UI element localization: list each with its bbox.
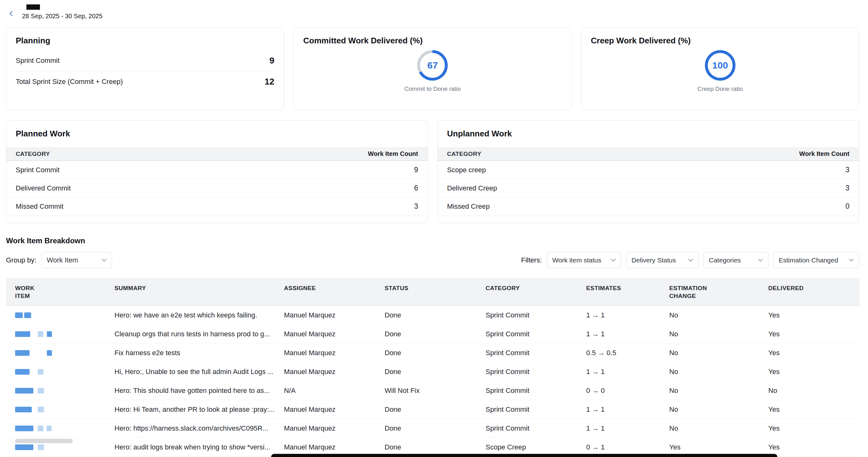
count-value: 3 [845, 184, 849, 192]
stat-row-sprint-commit: Sprint Commit 9 [16, 50, 274, 71]
chevron-down-icon [611, 259, 616, 262]
table-row[interactable]: Fix harness e2e testsManuel MarquezDoneS… [6, 344, 859, 362]
filter-label: Delivery Status [631, 257, 676, 264]
filter-work-item-status-dropdown[interactable]: Work item status [547, 252, 621, 268]
table-header-row: CATEGORY Work Item Count [6, 147, 428, 161]
cell-summary: Fix harness e2e tests [115, 349, 284, 357]
back-button[interactable] [7, 9, 17, 19]
stat-label: Sprint Commit [16, 57, 59, 65]
redacted-work-item-id [38, 426, 43, 431]
cell-estimates: 1 → 1 [586, 424, 669, 432]
cell-estimates: 1 → 1 [586, 330, 669, 338]
cell-summary: Hero: This should have gotten pointed he… [115, 387, 284, 395]
table-row[interactable]: Hi, Hero:, Unable to see the full admin … [6, 362, 859, 381]
work-tables: Planned Work CATEGORY Work Item Count Sp… [6, 120, 859, 223]
table-row: Delivered Commit 6 [6, 179, 428, 197]
filter-delivery-status-dropdown[interactable]: Delivery Status [626, 252, 699, 268]
cell-estimation-change: No [669, 368, 768, 376]
cell-assignee: Manuel Marquez [284, 424, 384, 432]
redacted-work-item-id [38, 388, 44, 393]
redacted-work-item-id [15, 388, 33, 393]
table-row[interactable]: Hero: we have an e2e test which keeps fa… [6, 306, 859, 325]
stat-value: 9 [270, 56, 275, 66]
column-header-delivered: DELIVERED [768, 284, 859, 292]
table-row: Sprint Commit 9 [6, 161, 428, 179]
redacted-work-item-id [15, 445, 33, 450]
category-label: Scope creep [447, 166, 486, 174]
unplanned-work-card: Unplanned Work CATEGORY Work Item Count … [437, 120, 860, 223]
cell-work-item [15, 381, 115, 400]
cell-assignee: Manuel Marquez [284, 443, 384, 451]
table-row[interactable]: Hero: https://harness.slack.com/archives… [6, 419, 859, 438]
table-row: Missed Commit 3 [6, 197, 428, 216]
cell-work-item [15, 400, 115, 419]
cell-estimates: 1 → 1 [586, 311, 669, 319]
redacted-work-item-id [47, 331, 52, 337]
group-by-dropdown[interactable]: Work Item [41, 252, 112, 268]
cell-assignee: Manuel Marquez [284, 405, 384, 414]
table-row[interactable]: Hero: This should have gotten pointed he… [6, 381, 859, 400]
cell-summary: Hi, Hero:, Unable to see the full admin … [115, 368, 284, 376]
filter-categories-dropdown[interactable]: Categories [704, 252, 768, 268]
cell-assignee: Manuel Marquez [284, 311, 384, 319]
table-header-row: CATEGORY Work Item Count [438, 147, 859, 161]
cell-status: Done [384, 443, 486, 451]
table-row: Scope creep 3 [438, 161, 859, 179]
column-header-category: CATEGORY [486, 284, 586, 292]
chevron-down-icon [688, 259, 693, 262]
count-value: 3 [414, 202, 418, 210]
breakdown-table-body: Hero: we have an e2e test which keeps fa… [6, 306, 859, 457]
count-value: 9 [414, 166, 418, 174]
cell-category: Sprint Commit [486, 330, 586, 338]
cell-estimates: 0.5 → 0.5 [586, 349, 669, 357]
cell-category: Sprint Commit [486, 368, 586, 376]
section-title-work-item-breakdown: Work Item Breakdown [6, 236, 859, 245]
gauge-caption: Commit to Done ratio [404, 86, 461, 92]
group-by-label: Group by: [6, 256, 36, 264]
group-by-value: Work Item [47, 256, 78, 264]
cell-status: Done [384, 405, 486, 414]
cell-delivered: Yes [768, 349, 859, 357]
sprint-report-page: 28 Sep, 2025 - 30 Sep, 2025 Planning Spr… [0, 0, 868, 457]
summary-cards: Planning Sprint Commit 9 Total Sprint Si… [6, 27, 859, 110]
planning-stats: Sprint Commit 9 Total Sprint Size (Commi… [16, 50, 274, 92]
column-header-work-item: WORK ITEM [15, 284, 40, 300]
column-header-category: CATEGORY [16, 151, 50, 158]
cell-work-item [15, 362, 115, 381]
cell-work-item [15, 306, 115, 324]
cell-summary: Hero: audit logs break when trying to sh… [115, 443, 284, 451]
cell-work-item [15, 344, 115, 362]
category-label: Missed Creep [447, 202, 490, 210]
cell-delivered: Yes [768, 311, 859, 319]
cell-status: Done [384, 349, 486, 357]
redacted-work-item-id [47, 350, 52, 356]
redacted-work-item-id [15, 313, 23, 318]
cell-delivered: Yes [768, 443, 859, 451]
table-row[interactable]: Cleanup orgs that runs tests in harness … [6, 325, 859, 344]
cell-estimation-change: Yes [669, 443, 768, 451]
committed-work-card: Committed Work Delivered (%) 67 Commit t… [293, 27, 571, 110]
title-area: 28 Sep, 2025 - 30 Sep, 2025 [22, 4, 102, 20]
column-header-assignee: ASSIGNEE [284, 284, 384, 292]
creep-gauge: 100 [705, 50, 736, 81]
scrollbar-thumb[interactable] [15, 439, 73, 443]
category-label: Delivered Creep [447, 184, 497, 192]
chevron-down-icon [849, 259, 854, 262]
planned-work-card: Planned Work CATEGORY Work Item Count Sp… [6, 120, 428, 223]
table-row[interactable]: Hero: Hi Team, another PR to look at ple… [6, 400, 859, 419]
stat-label: Total Sprint Size (Commit + Creep) [16, 78, 123, 86]
breakdown-table-header: WORK ITEM SUMMARY ASSIGNEE STATUS CATEGO… [6, 278, 859, 306]
cell-category: Sprint Commit [486, 405, 586, 414]
filter-label: Work item status [552, 257, 601, 264]
stat-value: 12 [265, 77, 274, 87]
category-label: Delivered Commit [16, 184, 71, 192]
breakdown-controls: Group by: Work Item Filters: Work item s… [6, 252, 859, 268]
cell-category: Sprint Commit [486, 387, 586, 395]
cell-estimates: 0 → 1 [586, 443, 669, 451]
cell-delivered: Yes [768, 368, 859, 376]
cell-status: Done [384, 368, 486, 376]
filter-estimation-changed-dropdown[interactable]: Estimation Changed [773, 252, 859, 268]
table-row: Missed Creep 0 [438, 197, 859, 216]
cell-work-item [15, 325, 115, 343]
cell-estimates: 1 → 1 [586, 405, 669, 414]
